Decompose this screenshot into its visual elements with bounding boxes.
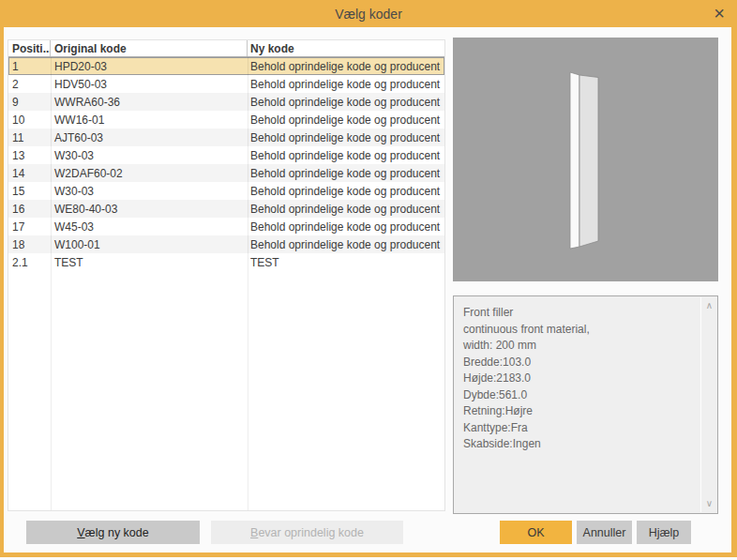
description-box: Front fillercontinuous front material,wi… [453,295,718,514]
cell-position: 17 [8,220,51,234]
cell-position: 18 [8,238,51,251]
cell-ny-kode: Behold oprindelige kode og producent [248,167,444,180]
description-line: Front filler [463,305,695,322]
cell-position: 2.1 [8,256,51,269]
table-header: Positi... Original kode Ny kode [8,40,444,57]
preview-3d-viewport[interactable] [453,38,718,281]
description-line: Retning:Højre [463,403,695,420]
cancel-button[interactable]: Annuller [577,521,632,544]
cell-ny-kode: Behold oprindelige kode og producent [248,96,444,109]
cell-ny-kode: Behold oprindelige kode og producent [248,60,444,73]
cell-original-kode: WW16-01 [51,114,248,127]
column-header-original-kode[interactable]: Original kode [51,40,248,56]
table-row[interactable]: 17 W45-03 Behold oprindelige kode og pro… [8,218,444,235]
dialog-vaelg-koder: Vælg koder × Positi... Original kode Ny … [0,0,737,560]
cell-ny-kode: Behold oprindelige kode og producent [248,238,444,251]
cell-original-kode: W100-01 [51,238,248,251]
description-line: width: 200 mm [463,338,695,355]
cell-position: 9 [8,96,51,109]
table-row[interactable]: 9 WWRA60-36 Behold oprindelige kode og p… [8,93,444,111]
cell-original-kode: W30-03 [51,149,248,162]
dialog-border-right [731,27,737,557]
cell-original-kode: HDV50-03 [51,78,248,91]
titlebar[interactable]: Vælg koder × [0,0,737,27]
dialog-border-left [0,27,4,557]
cell-position: 1 [8,60,51,73]
cell-original-kode: HPD20-03 [51,60,248,73]
description-scrollbar[interactable]: ∧ ∨ [700,297,716,512]
cell-ny-kode: Behold oprindelige kode og producent [248,114,444,127]
button-label: evar oprindelig kode [258,526,364,539]
column-header-ny-kode[interactable]: Ny kode [248,40,444,56]
table-row[interactable]: 16 WE80-40-03 Behold oprindelige kode og… [8,200,444,218]
table-row[interactable]: 14 W2DAF60-02 Behold oprindelige kode og… [8,164,444,182]
ok-button[interactable]: OK [500,521,572,544]
column-header-position[interactable]: Positi... [8,40,51,56]
cell-position: 10 [8,114,51,127]
table-row[interactable]: 2.1 TEST TEST [8,253,444,271]
close-icon[interactable]: × [714,1,725,25]
choose-new-code-button[interactable]: Vælg ny kode [26,521,200,544]
cell-position: 14 [8,167,51,180]
cell-ny-kode: Behold oprindelige kode og producent [248,131,444,144]
description-text: Front fillercontinuous front material,wi… [454,296,717,513]
table-row[interactable]: 18 W100-01 Behold oprindelige kode og pr… [8,235,444,253]
scroll-up-icon[interactable]: ∧ [701,298,717,313]
cell-ny-kode: Behold oprindelige kode og producent [248,185,444,198]
table-row[interactable]: 10 WW16-01 Behold oprindelige kode og pr… [8,111,444,129]
table-row[interactable]: 1 HPD20-03 Behold oprindelige kode og pr… [8,57,444,75]
table-row[interactable]: 2 HDV50-03 Behold oprindelige kode og pr… [8,75,444,93]
cell-original-kode: WWRA60-36 [51,96,248,109]
cell-ny-kode: Behold oprindelige kode og producent [248,149,444,162]
cell-position: 13 [8,149,51,162]
scroll-down-icon[interactable]: ∨ [701,496,717,511]
table-row[interactable]: 13 W30-03 Behold oprindelige kode og pro… [8,146,444,164]
dialog-border-bottom [0,552,737,557]
code-table-rows: 1 HPD20-03 Behold oprindelige kode og pr… [8,57,444,271]
description-line: continuous front material, [463,322,695,339]
cell-original-kode: W45-03 [51,220,248,234]
description-line: Kanttype:Fra [463,420,695,437]
description-line: Bredde:103.0 [463,355,695,371]
cell-original-kode: WE80-40-03 [51,203,248,216]
button-label: ælg ny kode [85,526,149,539]
cell-position: 16 [8,203,51,216]
keep-original-code-button[interactable]: Bevar oprindelig kode [211,521,403,544]
cell-position: 11 [8,131,51,144]
cell-ny-kode: TEST [248,256,444,269]
cell-original-kode: W2DAF60-02 [51,167,248,180]
code-table: Positi... Original kode Ny kode 1 HPD20-… [8,39,445,511]
cell-position: 2 [8,78,51,91]
description-line: Skabside:Ingen [463,436,695,453]
table-row[interactable]: 11 AJT60-03 Behold oprindelige kode og p… [8,129,444,146]
cell-ny-kode: Behold oprindelige kode og producent [248,203,444,216]
description-line: Højde:2183.0 [463,371,695,387]
cell-original-kode: W30-03 [51,185,248,198]
description-line: Dybde:561.0 [463,387,695,404]
cell-ny-kode: Behold oprindelige kode og producent [248,78,444,91]
cell-original-kode: TEST [51,256,248,269]
help-button[interactable]: Hjælp [637,521,691,544]
cell-ny-kode: Behold oprindelige kode og producent [248,220,444,234]
cell-position: 15 [8,185,51,198]
dialog-title: Vælg koder [335,7,402,22]
button-mnemonic: V [77,526,84,539]
panel-3d-graphic [453,38,718,281]
cell-original-kode: AJT60-03 [51,131,248,144]
table-row[interactable]: 15 W30-03 Behold oprindelige kode og pro… [8,182,444,200]
